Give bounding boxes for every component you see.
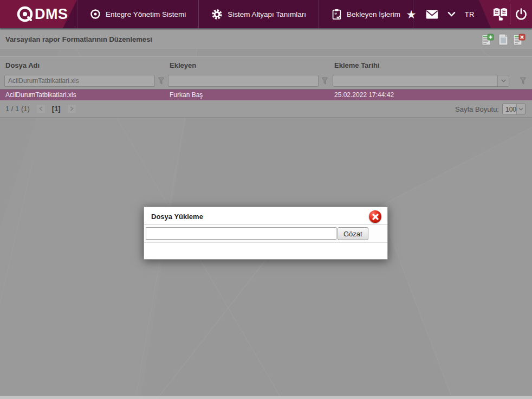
filter-funnel-icon[interactable]	[157, 76, 165, 86]
qdms-logo-icon: DMS	[16, 5, 68, 23]
grid-footer: 1 / 1 (1) [1] Sayfa Boyutu: 100	[0, 100, 532, 117]
menu-item-label: Sistem Altyapı Tanımları	[228, 10, 306, 18]
add-report-icon[interactable]	[481, 33, 495, 47]
page-size-value: 100	[505, 106, 516, 113]
page-size-control: Sayfa Boyutu: 100	[455, 104, 525, 114]
main-menu: Entegre Yönetim Sistemi Sistem Altyapı T…	[77, 0, 413, 28]
cell-ekleyen: Furkan Baş	[170, 91, 203, 99]
chevron-down-icon[interactable]	[447, 11, 456, 17]
browse-button[interactable]: Gözat	[338, 227, 368, 240]
language-selector[interactable]: TR	[465, 10, 475, 18]
dosya-yukleme-dialog: Dosya Yükleme Gözat	[144, 207, 388, 260]
quick-icons: ★ TR	[406, 0, 475, 28]
current-page-indicator[interactable]: [1]	[52, 105, 61, 113]
page-toolbar: Varsayılan rapor Formatlarının Düzenleme…	[0, 30, 532, 49]
horizontal-scrollbar[interactable]	[0, 396, 532, 399]
column-header-ekleyen[interactable]: Ekleyen	[170, 61, 196, 69]
pager: 1 / 1 (1) [1]	[5, 104, 76, 113]
menu-item-bekleyen-islerim[interactable]: Bekleyen İşlerim	[319, 0, 413, 28]
previous-page-button[interactable]	[36, 104, 46, 113]
filter-input-dosya-adi[interactable]	[4, 75, 155, 87]
logo-text: DMS	[35, 6, 68, 23]
toolbar-actions	[481, 33, 526, 47]
filter-funnel-icon[interactable]	[518, 76, 527, 86]
menu-item-sistem-altyapi-tanimlari[interactable]: Sistem Altyapı Tanımları	[199, 0, 319, 28]
menu-item-label: Bekleyen İşlerim	[347, 10, 400, 18]
grid-header-row: Dosya Adı Ekleyen Ekleme Tarihi	[0, 57, 532, 73]
page-title: Varsayılan rapor Formatlarının Düzenleme…	[5, 35, 152, 43]
table-row[interactable]: AcilDurumTatbikatlari.xls Furkan Baş 25.…	[0, 89, 532, 100]
cell-ekleme-tarihi: 25.02.2022 17:44:42	[334, 91, 394, 99]
column-header-ekleme-tarihi[interactable]: Ekleme Tarihi	[334, 61, 380, 69]
dialog-footer	[144, 243, 387, 259]
top-navigation-bar: DMS Entegre Yönetim Sistemi	[0, 0, 532, 28]
menu-item-label: Entegre Yönetim Sistemi	[106, 10, 186, 18]
filter-input-ekleyen[interactable]	[168, 75, 319, 87]
delete-report-icon[interactable]	[512, 33, 526, 47]
star-icon[interactable]: ★	[406, 9, 417, 20]
filter-funnel-icon[interactable]	[320, 76, 329, 86]
chevron-down-icon[interactable]	[516, 104, 525, 114]
qdms-circle-icon	[90, 9, 101, 20]
topbar-divider	[510, 4, 510, 24]
file-upload-input[interactable]	[146, 227, 336, 240]
document-icon[interactable]	[496, 33, 510, 47]
dialog-header: Dosya Yükleme	[144, 207, 387, 225]
cell-dosya-adi: AcilDurumTatbikatlari.xls	[5, 91, 76, 99]
app-root: DMS Entegre Yönetim Sistemi	[0, 0, 532, 399]
grid-filter-row	[0, 73, 532, 89]
menu-item-entegre-yonetim-sistemi[interactable]: Entegre Yönetim Sistemi	[77, 0, 199, 28]
gear-icon	[211, 9, 223, 20]
chevron-down-icon[interactable]	[497, 75, 509, 86]
power-icon[interactable]	[515, 8, 528, 21]
next-page-button[interactable]	[67, 104, 76, 113]
dialog-title: Dosya Yükleme	[151, 213, 203, 221]
mail-icon[interactable]	[426, 10, 438, 19]
column-header-dosya-adi[interactable]: Dosya Adı	[5, 61, 40, 69]
clipboard-check-icon	[332, 9, 342, 20]
pager-summary: 1 / 1 (1)	[5, 105, 30, 113]
filter-dropdown-ekleme-tarihi[interactable]	[333, 75, 509, 87]
qdms-logo[interactable]: DMS	[0, 0, 77, 28]
dialog-body: Gözat	[144, 225, 387, 243]
close-icon[interactable]	[369, 210, 381, 223]
page-size-label: Sayfa Boyutu:	[455, 105, 499, 113]
help-book-icon[interactable]	[492, 5, 509, 22]
topbar-right-block	[479, 0, 532, 28]
report-grid: Dosya Adı Ekleyen Ekleme Tarihi Ac	[0, 56, 532, 118]
page-size-select[interactable]: 100	[502, 104, 525, 114]
